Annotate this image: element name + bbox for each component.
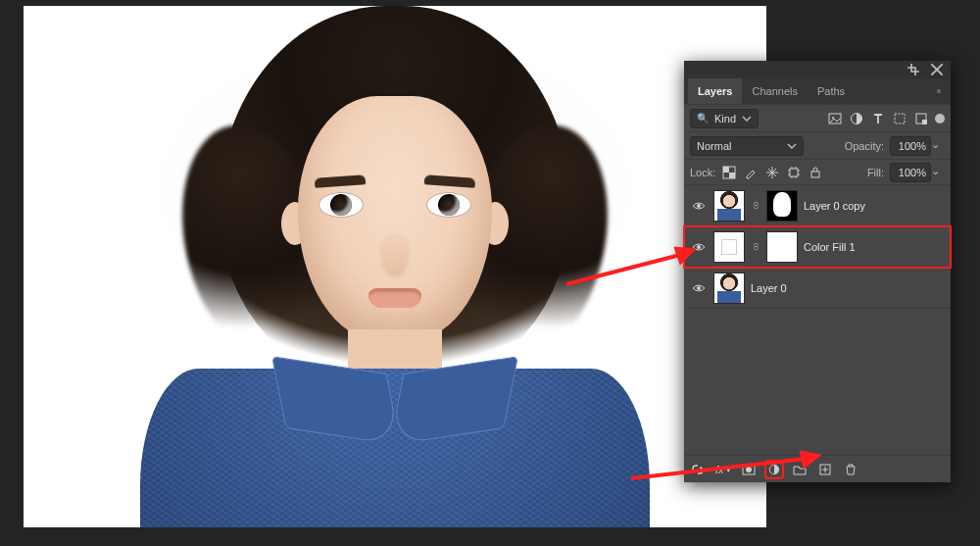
layer-thumbnail[interactable] (713, 231, 745, 263)
lock-all-icon[interactable] (808, 165, 823, 180)
layer-name[interactable]: Layer 0 (751, 282, 945, 294)
close-icon[interactable] (929, 62, 945, 77)
link-mask-icon[interactable]: 𝟾 (751, 240, 760, 253)
filter-smartobject-icon[interactable] (913, 111, 929, 126)
svg-line-20 (631, 459, 806, 478)
svg-marker-19 (674, 247, 696, 265)
layer-row[interactable]: Layer 0 (684, 268, 951, 309)
fill-value: 100% (899, 167, 926, 178)
layer-thumbnail[interactable] (713, 190, 745, 222)
layer-thumbnail[interactable] (713, 273, 745, 304)
svg-point-12 (697, 245, 701, 249)
filter-image-icon[interactable] (827, 111, 843, 126)
mouth (368, 288, 421, 308)
lock-position-icon[interactable] (764, 165, 780, 180)
layer-mask-thumbnail[interactable] (766, 190, 798, 222)
svg-rect-3 (895, 114, 905, 124)
fill-input[interactable]: 100% (890, 163, 931, 182)
svg-rect-9 (790, 169, 798, 176)
lock-row: Lock: Fill: 100% (684, 159, 951, 184)
layer-row[interactable]: 𝟾 Layer 0 copy (684, 185, 951, 226)
opacity-input[interactable]: 100% (890, 136, 931, 156)
tab-paths[interactable]: Paths (808, 78, 855, 104)
tab-channels[interactable]: Channels (742, 78, 807, 104)
search-icon: 🔍 (697, 113, 709, 124)
panel-menu-icon[interactable] (931, 83, 947, 99)
svg-rect-8 (729, 173, 735, 178)
svg-rect-7 (723, 167, 729, 173)
svg-point-11 (697, 204, 701, 208)
lock-pixels-icon[interactable] (743, 165, 759, 180)
filter-kind-label: Kind (714, 113, 736, 124)
svg-rect-5 (922, 120, 927, 124)
layer-name[interactable]: Layer 0 copy (804, 200, 945, 212)
blend-row: Normal Opacity: 100% (684, 131, 951, 159)
fill-label: Fill: (867, 167, 884, 178)
visibility-toggle[interactable] (690, 197, 708, 215)
annotation-arrow-to-footer (625, 449, 821, 484)
svg-line-18 (566, 255, 680, 284)
filter-toggle[interactable] (935, 114, 945, 124)
eye-right (426, 192, 471, 218)
layer-filter-row: 🔍 Kind (684, 104, 951, 131)
svg-point-13 (697, 286, 701, 290)
layer-name[interactable]: Color Fill 1 (804, 241, 945, 253)
blend-mode-value: Normal (697, 140, 731, 152)
lock-transparency-icon[interactable] (721, 165, 737, 180)
filter-type-icon[interactable] (870, 111, 886, 126)
collapse-icon[interactable] (906, 62, 921, 77)
annotation-arrow-to-layer (559, 243, 696, 292)
blend-mode-select[interactable]: Normal (690, 136, 804, 156)
link-mask-icon[interactable]: 𝟾 (751, 199, 760, 212)
eye-left (318, 192, 364, 218)
svg-rect-10 (811, 172, 819, 177)
nose (382, 233, 408, 273)
delete-layer-icon[interactable] (843, 462, 858, 477)
panel-titlebar (684, 61, 951, 78)
opacity-label: Opacity: (845, 140, 884, 152)
filter-adjustment-icon[interactable] (849, 111, 864, 126)
lock-artboard-icon[interactable] (786, 165, 802, 180)
panel-tabs: Layers Channels Paths (684, 78, 951, 104)
layer-mask-thumbnail[interactable] (766, 231, 798, 263)
lock-label: Lock: (690, 167, 715, 178)
layer-row[interactable]: 𝟾 Color Fill 1 (684, 226, 951, 268)
svg-marker-21 (800, 451, 821, 469)
filter-kind-select[interactable]: 🔍 Kind (690, 109, 759, 128)
tab-layers[interactable]: Layers (688, 78, 742, 104)
filter-shape-icon[interactable] (892, 111, 907, 126)
denim-shirt (140, 369, 650, 527)
opacity-value: 100% (899, 140, 926, 152)
layer-list: 𝟾 Layer 0 copy 𝟾 Color Fill 1 Layer 0 (684, 184, 951, 455)
layers-panel: Layers Channels Paths 🔍 Kind (684, 61, 951, 482)
